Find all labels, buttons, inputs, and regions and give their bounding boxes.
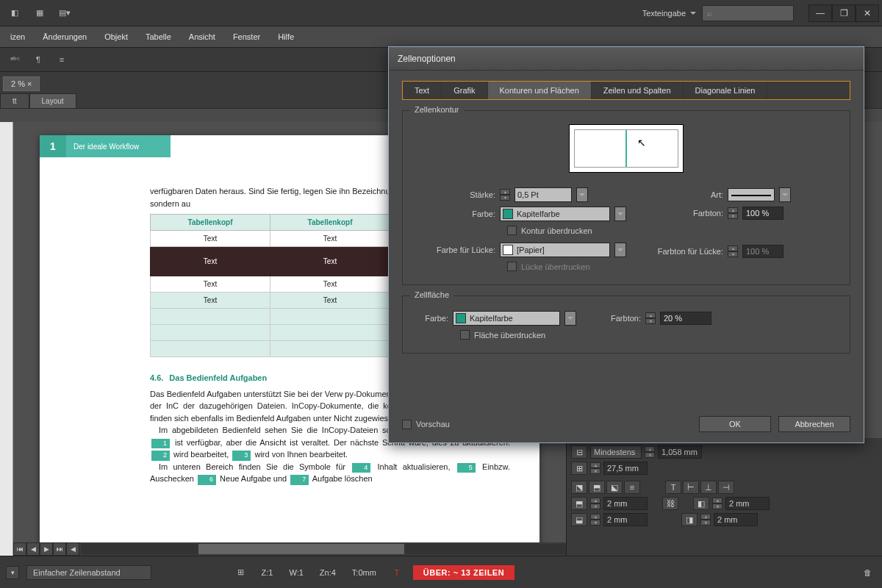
prev-page-button[interactable]: ◀: [26, 542, 40, 556]
chevron-down-icon: [690, 12, 696, 15]
weight-stepper[interactable]: ▴▾: [500, 189, 510, 201]
row-height-field[interactable]: 1,058 mm: [658, 445, 702, 459]
gap-color-dropdown[interactable]: [Papier]: [500, 243, 610, 257]
inset-left-icon[interactable]: ◧: [693, 497, 709, 510]
line-spacing-display[interactable]: Einfacher Zeilenabstand: [26, 565, 151, 580]
swatch-icon: [503, 245, 513, 255]
menu-item[interactable]: Änderungen: [34, 26, 96, 47]
preview-label: Vorschau: [416, 420, 450, 429]
dialog-title[interactable]: Zellenoptionen: [389, 47, 864, 71]
col-width-field[interactable]: 27,5 mm: [603, 462, 648, 475]
align-justify-icon[interactable]: ≡: [624, 481, 640, 494]
cancel-button[interactable]: Abbrechen: [778, 416, 850, 432]
menu-item[interactable]: Fenster: [224, 26, 269, 47]
status-char: Zn:4: [315, 568, 340, 577]
overprint-gap-checkbox: [507, 262, 517, 271]
stepper[interactable]: ▴▾: [645, 446, 655, 458]
last-page-button[interactable]: ⏭: [53, 542, 66, 556]
first-page-button[interactable]: ⏮: [13, 542, 26, 556]
tab-graphic[interactable]: Grafik: [442, 82, 487, 99]
fill-color-dropdown[interactable]: Kapitelfarbe: [453, 311, 560, 326]
stepper[interactable]: ▴▾: [590, 498, 600, 509]
tab-rows-columns[interactable]: Zeilen und Spalten: [592, 82, 684, 99]
label-gap-color: Farbe für Lücke:: [415, 245, 495, 254]
align-top-center-icon[interactable]: ⬒: [589, 481, 605, 494]
arrange-icon[interactable]: ▤▾: [53, 4, 76, 22]
workspace-switcher[interactable]: Texteingabe: [637, 9, 702, 18]
stroke-color-dropdown[interactable]: Kapitelfarbe: [500, 207, 610, 221]
close-button[interactable]: ✕: [856, 4, 879, 22]
zoom-out-icon[interactable]: ▾: [6, 566, 19, 579]
text-flip-icon[interactable]: ⊣: [718, 481, 734, 494]
menu-item[interactable]: Tabelle: [137, 26, 180, 47]
label-type: Art:: [637, 190, 723, 199]
chevron-down-icon[interactable]: [614, 207, 626, 221]
bridge-icon[interactable]: ▦: [28, 4, 51, 22]
chevron-down-icon[interactable]: [564, 311, 576, 326]
overprint-stroke-label: Kontur überdrucken: [521, 226, 592, 235]
align-top-right-icon[interactable]: ⬕: [606, 481, 623, 494]
chevron-down-icon[interactable]: [614, 243, 626, 257]
text-rotate-icon[interactable]: ⊢: [683, 481, 699, 494]
overprint-fill-label: Fläche überdrucken: [474, 331, 545, 340]
weight-dropdown[interactable]: [576, 187, 588, 202]
align-top-left-icon[interactable]: ⬔: [571, 481, 587, 494]
link-icon[interactable]: ⛓: [662, 497, 678, 510]
scroll-thumb[interactable]: [198, 544, 404, 554]
fieldset-stroke-legend: Zellenkontur: [410, 105, 464, 114]
text-orientation-icon[interactable]: T: [665, 481, 681, 494]
menu-item[interactable]: Hilfe: [269, 26, 303, 47]
fill-tint-stepper[interactable]: ▴▾: [645, 312, 656, 324]
inset-bottom-icon[interactable]: ⬓: [571, 513, 587, 526]
spellcheck-icon[interactable]: ᵃᵇᶜ: [6, 51, 24, 68]
text-tool-icon[interactable]: T: [388, 564, 406, 581]
next-page-button[interactable]: ▶: [40, 542, 53, 556]
inset-bottom-field[interactable]: 2 mm: [603, 513, 648, 526]
tint-stepper[interactable]: ▴▾: [728, 207, 738, 219]
app-icon[interactable]: ◧: [3, 4, 26, 22]
stepper[interactable]: ▴▾: [712, 498, 723, 509]
tint-field[interactable]: 100 %: [742, 207, 784, 220]
status-icon[interactable]: ⊞: [232, 564, 250, 581]
row-height-mode[interactable]: Mindestens: [590, 445, 642, 459]
weight-field[interactable]: 0,5 Pt: [514, 187, 572, 202]
overprint-stroke-checkbox[interactable]: [507, 226, 517, 235]
col-width-icon[interactable]: ⊞: [571, 462, 587, 475]
pilcrow-icon[interactable]: ¶: [29, 51, 47, 68]
menu-icon[interactable]: ≡: [53, 51, 71, 68]
stroke-type-dropdown[interactable]: [728, 188, 775, 201]
row-height-icon[interactable]: ⊟: [571, 445, 587, 459]
body-text[interactable]: Im unteren Bereich finden Sie die Symbol…: [150, 461, 510, 485]
stepper[interactable]: ▴▾: [590, 462, 600, 474]
scroll-left-button[interactable]: ◀: [66, 542, 79, 556]
tab-diagonal[interactable]: Diagonale Linien: [684, 82, 768, 99]
overprint-fill-checkbox[interactable]: [460, 330, 470, 340]
document-tab[interactable]: 2 % ×: [3, 76, 40, 91]
maximize-button[interactable]: ❐: [832, 4, 856, 22]
inset-left-field[interactable]: 2 mm: [725, 497, 770, 510]
text-vertical-icon[interactable]: ⊥: [700, 481, 717, 494]
inset-right-icon[interactable]: ◨: [681, 513, 698, 526]
stroke-preview[interactable]: ↖: [569, 124, 684, 173]
fill-tint-field[interactable]: 20 %: [660, 312, 711, 325]
menu-item[interactable]: Ansicht: [180, 26, 224, 47]
view-mode-tab-layout[interactable]: Layout: [29, 93, 76, 108]
label-gap-tint: Farbton für Lücke:: [637, 247, 723, 256]
menu-item[interactable]: Objekt: [96, 26, 137, 47]
stepper[interactable]: ▴▾: [590, 514, 600, 526]
chevron-down-icon[interactable]: [779, 187, 791, 202]
trash-icon[interactable]: 🗑: [858, 564, 876, 581]
inset-right-field[interactable]: 2 mm: [714, 513, 758, 526]
stepper[interactable]: ▴▾: [700, 514, 711, 526]
minimize-button[interactable]: —: [808, 4, 832, 22]
view-mode-tab[interactable]: tt: [0, 93, 29, 108]
inset-top-icon[interactable]: ⬒: [571, 497, 587, 510]
search-input[interactable]: ⌕: [702, 5, 794, 21]
label-fill-tint: Farbton:: [591, 314, 641, 323]
inset-top-field[interactable]: 2 mm: [603, 497, 648, 510]
tab-strokes-fills[interactable]: Konturen und Flächen: [488, 82, 592, 99]
tab-text[interactable]: Text: [403, 82, 442, 99]
ok-button[interactable]: OK: [699, 416, 771, 432]
menu-item[interactable]: izen: [1, 26, 34, 47]
preview-checkbox[interactable]: [402, 420, 412, 429]
